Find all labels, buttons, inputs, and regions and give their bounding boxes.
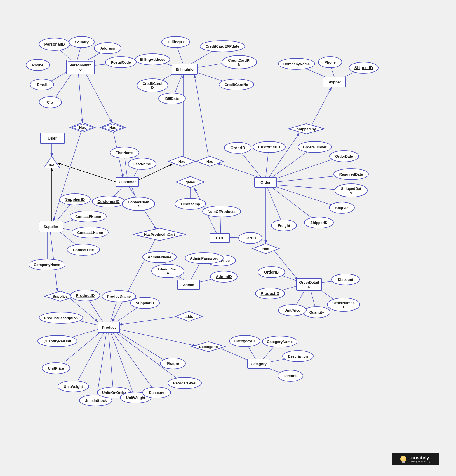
- attr-adminfname[interactable]: AdminFName: [143, 251, 176, 263]
- attr-email[interactable]: Email: [30, 79, 54, 90]
- svg-line-8: [85, 73, 112, 123]
- attr-contacttitle[interactable]: ContactTitle: [67, 244, 100, 255]
- entity-billinginfo[interactable]: BillingInfo: [172, 64, 197, 74]
- svg-line-6: [53, 72, 73, 101]
- attr-ccid[interactable]: CreditCardID: [137, 79, 168, 92]
- svg-line-74: [221, 349, 250, 361]
- attr-shipperid[interactable]: ShipperID: [349, 62, 378, 73]
- entity-orderdetails[interactable]: OrderDetail s: [297, 279, 322, 290]
- entity-order[interactable]: Order: [255, 177, 276, 187]
- rel-has3[interactable]: Has: [168, 156, 195, 166]
- er-diagram-svg: PersonalInfo o User Customer Supplier Bi…: [0, 0, 456, 476]
- attr-pr-supplierid[interactable]: SupplierID: [130, 297, 159, 309]
- rel-belongsto[interactable]: Belongs to: [192, 342, 225, 352]
- entity-category[interactable]: Category: [248, 359, 270, 368]
- attr-shipper-phone[interactable]: Phone: [318, 57, 342, 68]
- svg-text:CategoryName: CategoryName: [267, 340, 293, 344]
- rel-has1[interactable]: Has: [70, 123, 95, 132]
- attr-qtyperunit[interactable]: QuantityPerUnit: [38, 335, 77, 347]
- attr-pr-discount[interactable]: Discount: [143, 387, 171, 398]
- attr-od-productid[interactable]: ProductID: [255, 288, 285, 299]
- attr-od-discount[interactable]: Discount: [332, 274, 359, 285]
- attr-timestamp[interactable]: TimeStamp: [175, 198, 206, 209]
- attr-customerid[interactable]: CustomerID: [92, 196, 125, 207]
- attr-categoryid[interactable]: CategoryID: [229, 335, 260, 347]
- attr-postalcode[interactable]: PostalCode: [105, 57, 136, 68]
- rel-hasproductincart[interactable]: HasProductInCart: [133, 228, 186, 241]
- attr-cat-desc[interactable]: Description: [283, 351, 313, 362]
- attr-billingaddr[interactable]: BillingAddress: [135, 54, 170, 65]
- attr-ccxp[interactable]: CreditCardEXPdate: [200, 41, 245, 52]
- attr-reorderlevel[interactable]: ReorderLevel: [168, 377, 201, 389]
- creately-logo[interactable]: creately Diagramming: [392, 453, 439, 465]
- svg-text:e: e: [350, 190, 352, 195]
- svg-text:Freight: Freight: [278, 223, 290, 228]
- attr-pr-picture[interactable]: Picture: [160, 358, 185, 369]
- rel-gives[interactable]: gives: [176, 176, 204, 188]
- attr-address[interactable]: Address: [94, 43, 121, 54]
- attr-unitweight1[interactable]: UnitWeight: [58, 381, 89, 392]
- attr-firstname[interactable]: FirstName: [110, 147, 139, 158]
- rel-has4[interactable]: Has: [196, 156, 223, 166]
- attr-suppl-company[interactable]: CompanyName: [29, 259, 65, 270]
- attr-adminpassword[interactable]: AdminPassword: [185, 253, 223, 264]
- rel-adds[interactable]: adds: [175, 311, 202, 321]
- attr-productid[interactable]: ProductID: [71, 290, 100, 301]
- entity-user-label: User: [48, 136, 57, 141]
- rel-isa[interactable]: ISA: [44, 156, 60, 168]
- attr-orderdate[interactable]: OrderDate: [330, 151, 359, 162]
- attr-lastname[interactable]: LastName: [128, 158, 156, 169]
- entity-admin[interactable]: Admin: [178, 280, 199, 290]
- attr-orderid[interactable]: OrderID: [224, 142, 251, 153]
- attr-od-orderid[interactable]: OrderID: [258, 267, 285, 278]
- attr-ccpin[interactable]: CreditCardPIN: [222, 55, 257, 69]
- attr-adminlname[interactable]: AdminLName: [152, 264, 184, 278]
- attr-ord-shipperid[interactable]: ShipperID: [304, 217, 333, 228]
- attr-categoryname[interactable]: CategoryName: [262, 336, 297, 347]
- entity-personalinfo[interactable]: PersonalInfo o: [67, 60, 95, 74]
- entity-product[interactable]: Product: [98, 322, 120, 333]
- attr-od-unitprice[interactable]: UnitPrice: [278, 305, 306, 316]
- attr-requireddate[interactable]: RequiredDate: [334, 169, 368, 180]
- attr-contactlname[interactable]: ContactLName: [72, 227, 108, 238]
- entity-user[interactable]: User: [41, 133, 64, 144]
- attr-shippeddate[interactable]: ShippedDate: [335, 184, 367, 197]
- attr-od-ordnum[interactable]: OrderNumber: [327, 298, 360, 311]
- rel-shippedby[interactable]: shipped by: [288, 124, 325, 134]
- svg-text:Description: Description: [288, 354, 308, 358]
- attr-contactname[interactable]: ContactName: [122, 197, 155, 211]
- attr-ord-customerid[interactable]: CustomerID: [253, 141, 285, 153]
- svg-text:CustomerID: CustomerID: [258, 145, 280, 149]
- attr-proddesc[interactable]: ProductDescription: [39, 312, 83, 323]
- attr-cat-picture[interactable]: Picture: [278, 370, 303, 381]
- attr-numprod[interactable]: NumOfProducts: [203, 206, 241, 217]
- attr-city[interactable]: City: [39, 97, 62, 108]
- entity-customer[interactable]: Customer: [116, 177, 138, 187]
- attr-productname[interactable]: ProductName: [102, 291, 136, 302]
- attr-adminid[interactable]: AdminID: [210, 271, 237, 282]
- attr-ordernumber[interactable]: OrderNumber: [298, 141, 332, 153]
- attr-country[interactable]: Country: [69, 36, 94, 48]
- attr-ccno[interactable]: CreditCardNo: [219, 79, 254, 90]
- attr-billdate[interactable]: BillDate: [159, 93, 185, 104]
- attr-supplierid[interactable]: SupplierID: [60, 194, 90, 205]
- svg-text:ShipperID: ShipperID: [310, 221, 327, 225]
- attr-od-qty[interactable]: Quantity: [303, 307, 330, 318]
- attr-freight[interactable]: Freight: [271, 220, 297, 231]
- attr-shipper-company[interactable]: CompanyName: [278, 58, 315, 69]
- attr-contactfname[interactable]: ContactFName: [70, 211, 106, 222]
- entity-cart[interactable]: Cart: [210, 233, 229, 243]
- attr-shipvia[interactable]: ShipVia: [329, 202, 354, 213]
- attr-pr-unitprice[interactable]: UnitPrice: [42, 363, 70, 374]
- svg-line-90: [116, 333, 182, 382]
- svg-text:r: r: [343, 305, 344, 309]
- svg-text:ProductID: ProductID: [261, 291, 279, 296]
- svg-text:Picture: Picture: [167, 361, 179, 366]
- rel-has2[interactable]: Has: [100, 123, 125, 132]
- entity-shipper[interactable]: Shipper: [323, 77, 345, 87]
- attr-personalid[interactable]: PersonalID: [39, 38, 70, 50]
- entity-supplier[interactable]: Supplier: [39, 221, 63, 232]
- attr-phone[interactable]: Phone: [26, 59, 50, 71]
- attr-billingid[interactable]: BillingID: [162, 36, 190, 48]
- attr-cartid[interactable]: CartID: [239, 232, 262, 244]
